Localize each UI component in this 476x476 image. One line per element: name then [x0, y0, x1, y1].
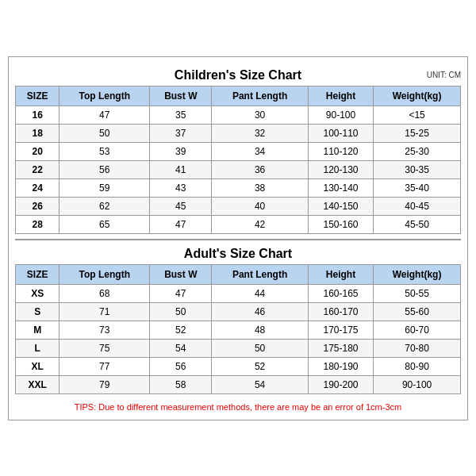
- table-cell: 62: [60, 197, 150, 215]
- table-cell: 47: [150, 215, 212, 233]
- table-cell: 40: [212, 197, 309, 215]
- table-cell: 22: [16, 160, 60, 178]
- table-cell: 30: [212, 106, 309, 124]
- tips-text: TIPS: Due to different measurement metho…: [15, 399, 461, 413]
- table-cell: 39: [150, 142, 212, 160]
- table-cell: 20: [16, 142, 60, 160]
- table-row: 26624540140-15040-45: [16, 197, 461, 215]
- table-cell: 75: [60, 339, 150, 357]
- table-cell: 45: [150, 197, 212, 215]
- table-cell: 71: [60, 302, 150, 321]
- table-cell: 40-45: [374, 197, 461, 215]
- children-title-text: Children's Size Chart: [175, 68, 301, 82]
- table-row: 24594338130-14035-40: [16, 178, 461, 197]
- table-cell: M: [16, 321, 60, 339]
- table-cell: 28: [16, 215, 60, 233]
- table-cell: 59: [60, 178, 150, 197]
- table-cell: 60-70: [374, 321, 461, 339]
- table-row: L755450175-18070-80: [16, 339, 461, 357]
- table-cell: 110-120: [308, 142, 373, 160]
- table-cell: 25-30: [374, 142, 461, 160]
- adult-col-pant-length: Pant Length: [212, 264, 309, 284]
- table-cell: 90-100: [308, 106, 373, 124]
- table-row: 18503732100-11015-25: [16, 124, 461, 142]
- children-header-row: SIZE Top Length Bust W Pant Length Heigh…: [16, 86, 461, 106]
- tips-content: TIPS: Due to different measurement metho…: [75, 402, 401, 412]
- table-cell: 44: [212, 284, 309, 302]
- table-cell: 55-60: [374, 302, 461, 321]
- table-cell: 38: [212, 178, 309, 197]
- table-cell: XXL: [16, 375, 60, 393]
- table-cell: 18: [16, 124, 60, 142]
- table-cell: 56: [150, 357, 212, 375]
- adult-col-weight: Weight(kg): [374, 264, 461, 284]
- table-cell: 15-25: [374, 124, 461, 142]
- table-cell: 80-90: [374, 357, 461, 375]
- table-cell: 140-150: [308, 197, 373, 215]
- table-row: 22564136120-13030-35: [16, 160, 461, 178]
- table-cell: 50-55: [374, 284, 461, 302]
- table-cell: 160-170: [308, 302, 373, 321]
- table-cell: 37: [150, 124, 212, 142]
- table-cell: 120-130: [308, 160, 373, 178]
- adult-col-height: Height: [308, 264, 373, 284]
- table-cell: XL: [16, 357, 60, 375]
- table-cell: 68: [60, 284, 150, 302]
- table-row: XS684744160-16550-55: [16, 284, 461, 302]
- table-cell: 90-100: [374, 375, 461, 393]
- table-cell: 175-180: [308, 339, 373, 357]
- col-bust-w: Bust W: [150, 86, 212, 106]
- unit-label: UNIT: CM: [427, 70, 461, 79]
- col-weight: Weight(kg): [374, 86, 461, 106]
- table-cell: 53: [60, 142, 150, 160]
- table-cell: 16: [16, 106, 60, 124]
- table-cell: 170-175: [308, 321, 373, 339]
- table-cell: 70-80: [374, 339, 461, 357]
- children-title: Children's Size Chart UNIT: CM: [15, 63, 461, 86]
- table-cell: 50: [60, 124, 150, 142]
- table-cell: 30-35: [374, 160, 461, 178]
- table-cell: 41: [150, 160, 212, 178]
- table-row: 28654742150-16045-50: [16, 215, 461, 233]
- table-cell: 45-50: [374, 215, 461, 233]
- table-row: S715046160-17055-60: [16, 302, 461, 321]
- table-cell: 56: [60, 160, 150, 178]
- table-cell: 65: [60, 215, 150, 233]
- table-cell: 73: [60, 321, 150, 339]
- table-row: 20533934110-12025-30: [16, 142, 461, 160]
- col-height: Height: [308, 86, 373, 106]
- table-cell: 36: [212, 160, 309, 178]
- table-cell: 58: [150, 375, 212, 393]
- table-cell: 43: [150, 178, 212, 197]
- table-cell: 47: [60, 106, 150, 124]
- adult-table: SIZE Top Length Bust W Pant Length Heigh…: [15, 264, 461, 394]
- adult-col-top-length: Top Length: [60, 264, 150, 284]
- adult-title: Adult's Size Chart: [15, 239, 461, 264]
- table-row: M735248170-17560-70: [16, 321, 461, 339]
- col-size: SIZE: [16, 86, 60, 106]
- table-cell: 160-165: [308, 284, 373, 302]
- col-top-length: Top Length: [60, 86, 150, 106]
- table-cell: 46: [212, 302, 309, 321]
- table-cell: 130-140: [308, 178, 373, 197]
- table-cell: 150-160: [308, 215, 373, 233]
- table-cell: <15: [374, 106, 461, 124]
- adult-header-row: SIZE Top Length Bust W Pant Length Heigh…: [16, 264, 461, 284]
- table-cell: 50: [150, 302, 212, 321]
- table-cell: 32: [212, 124, 309, 142]
- adult-title-text: Adult's Size Chart: [184, 247, 292, 260]
- table-cell: 100-110: [308, 124, 373, 142]
- children-table: SIZE Top Length Bust W Pant Length Heigh…: [15, 86, 461, 234]
- adult-col-size: SIZE: [16, 264, 60, 284]
- table-row: 1647353090-100<15: [16, 106, 461, 124]
- table-cell: 35: [150, 106, 212, 124]
- table-cell: 42: [212, 215, 309, 233]
- col-pant-length: Pant Length: [212, 86, 309, 106]
- table-cell: 52: [150, 321, 212, 339]
- table-cell: 24: [16, 178, 60, 197]
- table-cell: 47: [150, 284, 212, 302]
- size-chart-container: Children's Size Chart UNIT: CM SIZE Top …: [8, 56, 468, 420]
- table-cell: XS: [16, 284, 60, 302]
- table-cell: 54: [212, 375, 309, 393]
- table-cell: 79: [60, 375, 150, 393]
